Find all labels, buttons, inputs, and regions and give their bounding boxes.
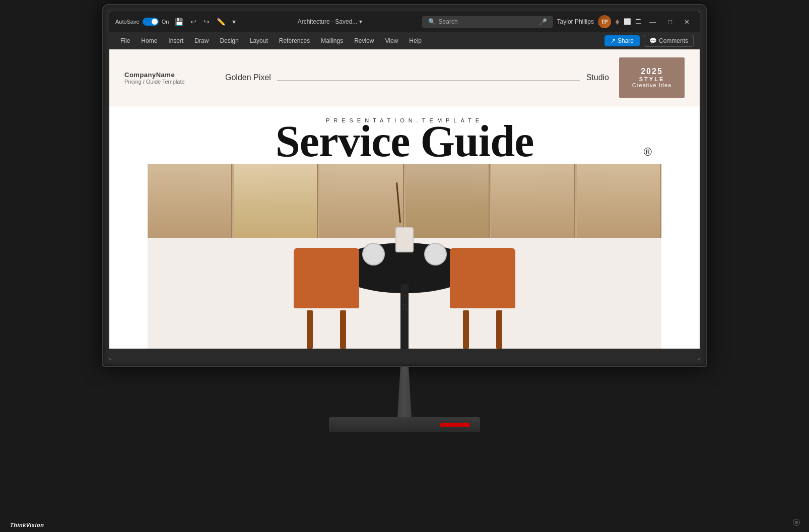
chair-leg-front-left (307, 310, 313, 349)
title-bar-icons: 💾 ↩ ↪ ✏️ ▾ (173, 17, 238, 27)
badge-creative: Creative Idea (632, 82, 671, 88)
tablet-icon: ⬜ (624, 18, 631, 25)
chair-leg-rear-right (496, 310, 502, 349)
menu-review[interactable]: Review (349, 35, 379, 46)
file-title: Architecture - Saved... ▾ (242, 18, 418, 25)
badge-year: 2025 (641, 67, 663, 76)
diamond-icon: ♦ (615, 17, 620, 27)
menu-layout[interactable]: Layout (245, 35, 273, 46)
search-icon: 🔍 (428, 18, 436, 25)
menu-help[interactable]: Help (404, 35, 427, 46)
wood-panel-6 (577, 164, 661, 247)
redo-icon[interactable]: ↪ (201, 17, 212, 27)
comments-icon: 💬 (649, 37, 657, 44)
company-name: CompanyName (124, 71, 225, 79)
menu-insert[interactable]: Insert (163, 35, 188, 46)
monitor-stand-neck (394, 367, 415, 417)
doc-header: CompanyName Pricing / Guide Template Gol… (109, 49, 700, 106)
chair-seat-left (294, 248, 359, 308)
title-line (277, 81, 580, 81)
search-placeholder: Search (439, 18, 458, 25)
pen-icon[interactable]: ✏️ (215, 17, 227, 27)
badge-style: STYLE (639, 76, 664, 82)
toggle-state: On (162, 19, 169, 25)
screen-inner: AutoSave On 💾 ↩ ↪ ✏️ ▾ Architecture - Sa… (109, 11, 700, 360)
menu-view[interactable]: View (380, 35, 403, 46)
room-image (148, 164, 661, 349)
title-bar: AutoSave On 💾 ↩ ↪ ✏️ ▾ Architecture - Sa… (109, 11, 700, 32)
window-icon: 🗔 (635, 18, 641, 25)
service-guide-title: Service Guide (109, 119, 700, 164)
autosave-section: AutoSave On (115, 18, 169, 26)
search-bar[interactable]: 🔍 Search 🎤 (422, 16, 553, 28)
mic-icon[interactable]: 🎤 (539, 18, 547, 26)
autosave-label: AutoSave (115, 19, 140, 25)
avatar: TP (598, 15, 611, 28)
chair-seat-right (450, 248, 515, 308)
menu-file[interactable]: File (115, 35, 135, 46)
studio-text: Studio (586, 73, 609, 82)
menu-bar-right: ↗ Share 💬 Comments (604, 35, 694, 47)
menu-mailings[interactable]: Mailings (316, 35, 348, 46)
plate-right (424, 243, 447, 265)
chair-right (450, 248, 515, 349)
chair-left (294, 248, 359, 349)
wood-panel-2 (234, 164, 318, 247)
screen-bottom-bar: ThinkVision (109, 349, 700, 360)
doc-main: PRESENTATION.TEMPLATE Service Guide ® (109, 106, 700, 349)
badge-2025: 2025 STYLE Creative Idea (619, 57, 685, 98)
menu-draw[interactable]: Draw (189, 35, 214, 46)
share-icon: ↗ (611, 37, 616, 44)
comments-button[interactable]: 💬 Comments (644, 35, 694, 47)
maximize-button[interactable]: □ (664, 11, 676, 32)
share-button[interactable]: ↗ Share (604, 35, 640, 46)
close-button[interactable]: ✕ (680, 11, 694, 32)
company-info: CompanyName Pricing / Guide Template (124, 71, 225, 85)
undo-icon[interactable]: ↩ (188, 17, 198, 27)
table-leg (400, 284, 409, 349)
menu-design[interactable]: Design (215, 35, 243, 46)
registered-mark: ® (644, 146, 652, 159)
wood-panel-1 (148, 164, 232, 247)
menu-home[interactable]: Home (136, 35, 162, 46)
menu-references[interactable]: References (274, 35, 315, 46)
company-subtitle: Pricing / Guide Template (124, 79, 225, 85)
chair-leg-rear-left (340, 310, 346, 349)
file-dropdown-arrow[interactable]: ▾ (359, 18, 362, 25)
document-content: CompanyName Pricing / Guide Template Gol… (109, 49, 700, 349)
chair-leg-front-right (463, 310, 469, 349)
plant (396, 183, 401, 223)
doc-title-center: Golden Pixel Studio (225, 73, 609, 82)
user-section: Taylor Phillips TP ♦ ⬜ 🗔 (557, 15, 642, 28)
wood-panel-5 (491, 164, 575, 247)
golden-pixel-text: Golden Pixel (225, 73, 271, 82)
table-scene (309, 164, 500, 349)
plate-left (362, 243, 385, 265)
autosave-toggle[interactable] (143, 18, 159, 26)
vase (395, 227, 414, 252)
dropdown-arrow[interactable]: ▾ (230, 17, 238, 27)
save-icon[interactable]: 💾 (173, 17, 185, 27)
monitor-base (329, 417, 480, 432)
monitor-screen-shell: AutoSave On 💾 ↩ ↪ ✏️ ▾ Architecture - Sa… (102, 4, 707, 367)
image-area (109, 164, 700, 349)
user-name: Taylor Phillips (557, 18, 594, 25)
monitor: AutoSave On 💾 ↩ ↪ ✏️ ▾ Architecture - Sa… (92, 4, 717, 528)
minimize-button[interactable]: — (645, 11, 660, 32)
menu-bar: File Home Insert Draw Design Layout Refe… (109, 32, 700, 49)
